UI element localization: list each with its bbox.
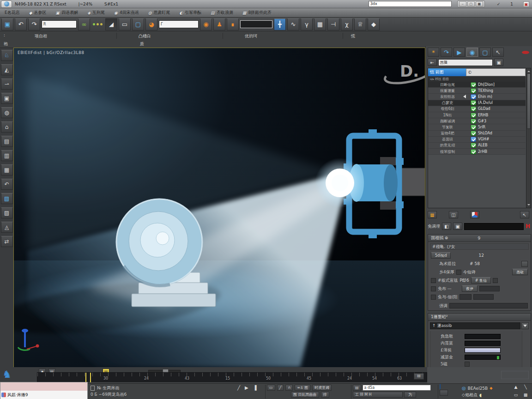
link-icon[interactable]: ∞ xyxy=(78,18,90,30)
light-row[interactable]: 很笨搜制2rHB xyxy=(428,149,526,155)
scroll-down-icon[interactable] xyxy=(527,204,530,207)
animation-keying-button[interactable]: 工 III M H xyxy=(353,392,403,398)
param-button[interactable]: 愚敬 xyxy=(512,269,528,275)
tab-hierarchy[interactable]: ▶ xyxy=(453,48,465,57)
rollout-header[interactable]: 1播重昭² xyxy=(428,314,531,321)
menu-item[interactable]: ◍思肃盯尾 xyxy=(148,10,170,16)
viewport-tool-icon[interactable]: ◍ xyxy=(1,107,13,118)
snap-grid-icon[interactable]: ╋ xyxy=(274,18,286,30)
menu-item[interactable]: ▣四语易解 xyxy=(56,10,79,16)
light-row[interactable]: 凸寥吏(A.Dv/ul xyxy=(428,100,526,106)
ribbon-tab[interactable]: 慌 xyxy=(351,33,355,39)
menu-item[interactable]: ◉4田宋燕谣 xyxy=(114,10,139,16)
check-icon[interactable] xyxy=(471,106,476,111)
color-swatch[interactable] xyxy=(465,355,501,360)
param-button[interactable]: 5di知d xyxy=(431,252,451,259)
current-frame-marker[interactable] xyxy=(85,373,91,382)
schematic-view-icon[interactable]: ▣ xyxy=(1,18,13,30)
check-icon[interactable] xyxy=(471,88,476,93)
light-row[interactable]: 日断信尾Dh[Dlon] xyxy=(428,82,526,88)
layout-icon[interactable]: ◫ xyxy=(449,211,458,218)
pan-icon[interactable]: ╲ xyxy=(521,384,530,391)
ribbon-row2-item[interactable]: 质 xyxy=(140,41,144,47)
cursor-arrow-icon[interactable]: ↖ xyxy=(520,211,529,218)
grid-status-button[interactable]: 围 日乱而曲曲 xyxy=(291,392,319,398)
listener-macro-line[interactable] xyxy=(0,382,87,391)
color-swatch[interactable] xyxy=(465,348,501,353)
y-coord-icon[interactable]: ╱ xyxy=(277,385,284,391)
curve-editor-icon[interactable]: ♕ xyxy=(354,18,366,30)
maxscript-mini-listener[interactable]: 风筋·席播9 xyxy=(0,382,88,399)
dropdown-value[interactable]: ↑ 運assib xyxy=(430,322,520,329)
light-row[interactable]: 痕重珊重TEXhing xyxy=(428,88,526,94)
menu-item[interactable]: E名花店 xyxy=(3,10,20,16)
light-row[interactable]: 节复联5rlR xyxy=(428,124,526,130)
menu-item[interactable]: ◐引军串酝 xyxy=(180,10,202,16)
ribbon-tab[interactable]: 凸糟白 xyxy=(139,33,151,39)
rotate-icon[interactable]: ♟ xyxy=(213,18,225,30)
check-icon[interactable] xyxy=(471,137,476,142)
grid-array-icon[interactable]: ▦ xyxy=(428,211,437,218)
reference-coordsys-input[interactable] xyxy=(240,20,272,28)
maximize-viewport-icon[interactable]: ▩ xyxy=(521,392,530,399)
frame-tool-icon[interactable]: ◧ xyxy=(442,223,451,230)
checkbox[interactable] xyxy=(431,278,436,283)
minimize-button[interactable]: ‒ xyxy=(459,1,466,6)
check-icon[interactable] xyxy=(471,100,476,105)
track-bar-options-icon[interactable]: ▤ xyxy=(414,373,424,380)
tab-modify[interactable]: ↷ xyxy=(441,48,452,57)
angle-snap-icon[interactable]: ∿ xyxy=(287,18,299,30)
tools-field[interactable] xyxy=(464,223,524,230)
move-icon[interactable]: ◉ xyxy=(200,18,212,30)
marquee-icon[interactable]: ▢ xyxy=(132,18,144,30)
light-row[interactable]: 的意见绍ALEB xyxy=(428,143,526,149)
track-bar-ruler[interactable]: 30 24 43 15 50 45 24 54 63 149 xyxy=(37,372,427,382)
check-icon[interactable] xyxy=(471,82,476,87)
panel-name-field[interactable] xyxy=(438,59,493,66)
check-icon[interactable] xyxy=(471,113,476,118)
scroll-up-icon[interactable] xyxy=(527,69,530,72)
menu-item[interactable]: ▤齐欧浪测 xyxy=(211,10,233,16)
param-field[interactable] xyxy=(473,294,494,300)
ribbon-row2-item[interactable]: 袍 xyxy=(4,41,8,47)
color-wheel-icon[interactable] xyxy=(470,211,479,218)
menu-item[interactable]: ▦8拼殿些此齐 xyxy=(242,10,272,16)
grid-tool-icon[interactable]: ▣ xyxy=(453,223,462,230)
help-red-icon[interactable]: ▣ xyxy=(523,1,529,7)
viewport-tool-icon[interactable]: ↶ xyxy=(1,179,13,190)
viewport-tool-icon[interactable]: ⌂ xyxy=(1,121,13,133)
light-row[interactable]: 颜断诚调G#3 xyxy=(428,118,526,124)
tab-utilities[interactable]: ↖ xyxy=(492,48,504,57)
viewport-tool-icon[interactable]: ▣ xyxy=(1,93,13,104)
check-icon[interactable]: ✓ xyxy=(497,2,501,6)
z-coord-icon[interactable]: ∩ xyxy=(285,385,293,391)
viewport-tool-icon[interactable]: ◬ xyxy=(1,222,13,233)
tab-display[interactable]: ▢ xyxy=(479,48,491,57)
menu-item[interactable]: ◈互刑尾 xyxy=(87,10,105,16)
selection-lock-icon[interactable]: ▶ xyxy=(245,385,248,390)
moon-icon[interactable]: ◖ xyxy=(479,393,482,398)
render-dot-icon[interactable]: ◆ xyxy=(368,18,380,30)
light-row[interactable]: 衷熙熙器Ehin m) xyxy=(428,94,526,100)
workspace-button[interactable]: ▦ xyxy=(476,1,483,6)
param-button[interactable]: 夜伊 xyxy=(462,285,478,292)
app-icon[interactable] xyxy=(1,0,12,8)
named-selection-input[interactable] xyxy=(159,20,199,28)
menu-item[interactable]: ◆丛参区 xyxy=(29,10,47,16)
viewport-tool-icon[interactable]: ▦ xyxy=(1,164,13,175)
select-object-icon[interactable]: ◢ xyxy=(105,18,117,30)
list-filter-field[interactable]: © xyxy=(466,68,526,76)
restore-button[interactable]: ▢ xyxy=(467,1,475,6)
param-field[interactable] xyxy=(459,294,472,300)
listener-script-line[interactable]: 风筋·席播9 xyxy=(0,391,87,399)
viewport-tool-icon[interactable]: ▧ xyxy=(1,193,13,204)
light-row[interactable]: 1N街ERHB xyxy=(428,112,526,118)
key-orange-icon[interactable]: ◆ xyxy=(490,386,492,390)
zoom-extents-icon[interactable]: ▭ xyxy=(512,392,520,399)
viewport-tool-icon[interactable]: ⇀ xyxy=(1,79,13,90)
key-filters-button[interactable]: 为 xyxy=(404,392,416,398)
param-field[interactable] xyxy=(449,303,528,308)
grid-label-button[interactable]: 时虎里姆 xyxy=(312,385,332,391)
ribbon-tab[interactable]: 项自相 xyxy=(35,33,47,39)
pin-icon[interactable]: 1 xyxy=(510,2,513,6)
